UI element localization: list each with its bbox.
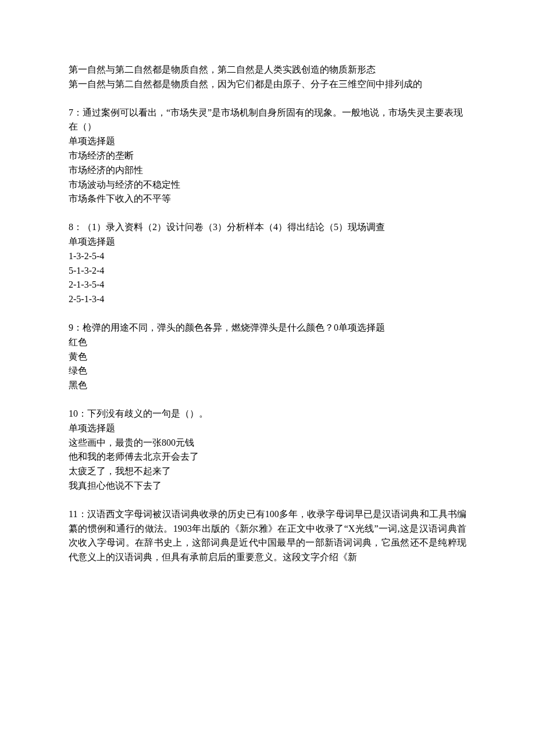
question-9-option: 红色 <box>69 335 466 350</box>
question-10-option: 这些画中，最贵的一张800元钱 <box>69 436 466 450</box>
question-9-option: 黄色 <box>69 350 466 364</box>
question-10-option: 太疲乏了，我想不起来了 <box>69 464 466 479</box>
question-type-label: 单项选择题 <box>69 134 466 149</box>
question-9-stem: 9：枪弹的用途不同，弹头的颜色各异，燃烧弹弹头是什么颜色？0单项选择题 <box>69 321 466 335</box>
question-10-stem: 10：下列没有歧义的一句是（）。 <box>69 407 466 421</box>
question-8-option: 2-1-3-5-4 <box>69 278 466 292</box>
question-8-option: 2-5-1-3-4 <box>69 292 466 307</box>
question-type-label: 单项选择题 <box>69 235 466 249</box>
question-6-option: 第一自然与第二自然都是物质自然，第二自然是人类实践创造的物质新形态 <box>69 63 466 77</box>
question-10-option: 他和我的老师傅去北京开会去了 <box>69 450 466 464</box>
question-11-stem: 11：汉语西文字母词被汉语词典收录的历史已有100多年，收录字母词早已是汉语词典… <box>69 507 466 565</box>
question-7-option: 市场波动与经济的不稳定性 <box>69 178 466 192</box>
question-10-option: 我真担心他说不下去了 <box>69 479 466 493</box>
question-7-option: 市场经济的内部性 <box>69 163 466 178</box>
question-8-option: 5-1-3-2-4 <box>69 264 466 278</box>
question-9-option: 绿色 <box>69 364 466 378</box>
question-6-option: 第一自然与第二自然都是物质自然，因为它们都是由原子、分子在三维空间中排列成的 <box>69 77 466 92</box>
question-7-option: 市场经济的垄断 <box>69 149 466 163</box>
question-type-label: 单项选择题 <box>69 421 466 436</box>
question-7-option: 市场条件下收入的不平等 <box>69 192 466 206</box>
question-9-option: 黑色 <box>69 378 466 393</box>
question-8-stem: 8：（1）录入资料（2）设计问卷（3）分析样本（4）得出结论（5）现场调查 <box>69 220 466 235</box>
question-8-option: 1-3-2-5-4 <box>69 249 466 264</box>
question-7-stem: 7：通过案例可以看出，“市场失灵”是市场机制自身所固有的现象。一般地说，市场失灵… <box>69 106 466 135</box>
